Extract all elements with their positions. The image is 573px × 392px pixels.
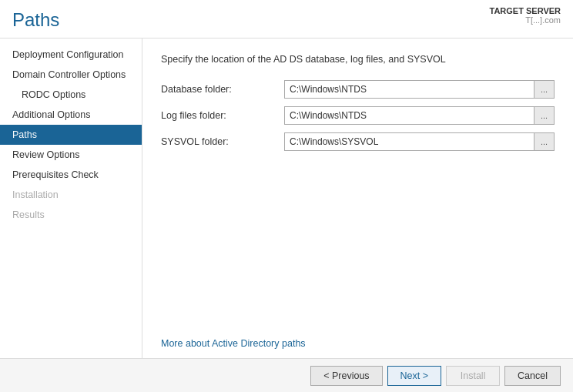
log-files-folder-label: Log files folder: xyxy=(161,110,284,121)
form-row-log-files-folder: Log files folder:... xyxy=(161,106,555,125)
log-files-folder-input-group: ... xyxy=(284,106,555,125)
database-folder-input-group: ... xyxy=(284,80,555,99)
log-files-folder-browse-button[interactable]: ... xyxy=(534,106,555,125)
sidebar-item-rodc-options[interactable]: RODC Options xyxy=(0,85,142,105)
sidebar-item-review-options[interactable]: Review Options xyxy=(0,145,142,165)
sidebar-item-paths[interactable]: Paths xyxy=(0,125,142,145)
next-button[interactable]: Next > xyxy=(387,366,441,386)
form-row-database-folder: Database folder:... xyxy=(161,80,555,99)
sidebar-item-prerequisites-check[interactable]: Prerequisites Check xyxy=(0,165,142,185)
install-button: Install xyxy=(446,366,500,386)
target-server-info: TARGET SERVER T[...].com xyxy=(490,6,561,25)
database-folder-label: Database folder: xyxy=(161,84,284,95)
target-server-value: T[...].com xyxy=(525,15,561,25)
log-files-folder-input[interactable] xyxy=(284,106,534,125)
sidebar: Deployment ConfigurationDomain Controlle… xyxy=(0,39,142,358)
previous-button[interactable]: < Previous xyxy=(310,366,382,386)
header: Paths TARGET SERVER T[...].com xyxy=(0,0,573,39)
sidebar-item-results: Results xyxy=(0,205,142,225)
form-fields: Database folder:...Log files folder:...S… xyxy=(161,80,555,159)
sidebar-item-deployment-configuration[interactable]: Deployment Configuration xyxy=(0,45,142,65)
page-title: Paths xyxy=(12,9,59,31)
target-server-label: TARGET SERVER xyxy=(490,6,561,15)
sidebar-item-domain-controller-options[interactable]: Domain Controller Options xyxy=(0,65,142,85)
sysvol-folder-input-group: ... xyxy=(284,132,555,151)
sysvol-folder-browse-button[interactable]: ... xyxy=(534,132,555,151)
sidebar-item-installation: Installation xyxy=(0,185,142,205)
panel-description: Specify the location of the AD DS databa… xyxy=(161,54,555,65)
form-row-sysvol-folder: SYSVOL folder:... xyxy=(161,132,555,151)
sidebar-item-additional-options[interactable]: Additional Options xyxy=(0,105,142,125)
footer: < Previous Next > Install Cancel xyxy=(0,358,573,392)
sysvol-folder-label: SYSVOL folder: xyxy=(161,136,284,147)
more-about-link[interactable]: More about Active Directory paths xyxy=(161,338,555,349)
cancel-button[interactable]: Cancel xyxy=(504,366,561,386)
database-folder-input[interactable] xyxy=(284,80,534,99)
sysvol-folder-input[interactable] xyxy=(284,132,534,151)
right-panel: Specify the location of the AD DS databa… xyxy=(142,39,573,358)
database-folder-browse-button[interactable]: ... xyxy=(534,80,555,99)
main-content: Deployment ConfigurationDomain Controlle… xyxy=(0,39,573,358)
